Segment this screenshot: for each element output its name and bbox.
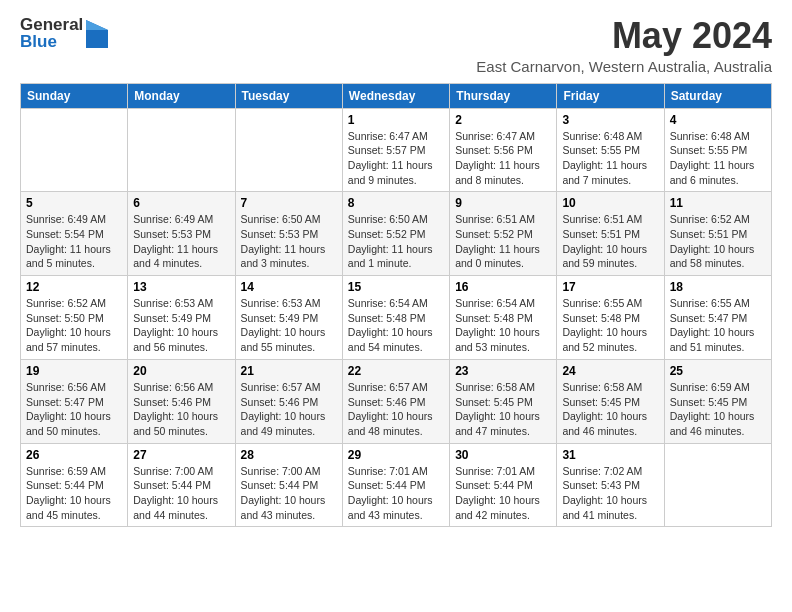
- calendar-day-28: 28Sunrise: 7:00 AMSunset: 5:44 PMDayligh…: [235, 443, 342, 527]
- day-number: 8: [348, 196, 444, 210]
- day-number: 5: [26, 196, 122, 210]
- header: General Blue May 2024 East Carnarvon, We…: [20, 16, 772, 75]
- calendar-week-row: 26Sunrise: 6:59 AMSunset: 5:44 PMDayligh…: [21, 443, 772, 527]
- day-number: 31: [562, 448, 658, 462]
- svg-marker-1: [86, 20, 108, 30]
- calendar-day-31: 31Sunrise: 7:02 AMSunset: 5:43 PMDayligh…: [557, 443, 664, 527]
- day-number: 22: [348, 364, 444, 378]
- day-info: Sunrise: 6:50 AMSunset: 5:52 PMDaylight:…: [348, 212, 444, 271]
- calendar-day-16: 16Sunrise: 6:54 AMSunset: 5:48 PMDayligh…: [450, 276, 557, 360]
- calendar-header-thursday: Thursday: [450, 83, 557, 108]
- day-number: 20: [133, 364, 229, 378]
- calendar-day-21: 21Sunrise: 6:57 AMSunset: 5:46 PMDayligh…: [235, 359, 342, 443]
- calendar-week-row: 12Sunrise: 6:52 AMSunset: 5:50 PMDayligh…: [21, 276, 772, 360]
- day-info: Sunrise: 6:58 AMSunset: 5:45 PMDaylight:…: [455, 380, 551, 439]
- calendar-day-20: 20Sunrise: 6:56 AMSunset: 5:46 PMDayligh…: [128, 359, 235, 443]
- day-info: Sunrise: 7:00 AMSunset: 5:44 PMDaylight:…: [241, 464, 337, 523]
- calendar-week-row: 1Sunrise: 6:47 AMSunset: 5:57 PMDaylight…: [21, 108, 772, 192]
- day-number: 19: [26, 364, 122, 378]
- calendar-day-10: 10Sunrise: 6:51 AMSunset: 5:51 PMDayligh…: [557, 192, 664, 276]
- day-info: Sunrise: 6:49 AMSunset: 5:54 PMDaylight:…: [26, 212, 122, 271]
- day-number: 9: [455, 196, 551, 210]
- day-info: Sunrise: 6:52 AMSunset: 5:51 PMDaylight:…: [670, 212, 766, 271]
- day-info: Sunrise: 6:56 AMSunset: 5:46 PMDaylight:…: [133, 380, 229, 439]
- day-info: Sunrise: 6:58 AMSunset: 5:45 PMDaylight:…: [562, 380, 658, 439]
- calendar-day-6: 6Sunrise: 6:49 AMSunset: 5:53 PMDaylight…: [128, 192, 235, 276]
- calendar-week-row: 19Sunrise: 6:56 AMSunset: 5:47 PMDayligh…: [21, 359, 772, 443]
- calendar-header-sunday: Sunday: [21, 83, 128, 108]
- day-number: 7: [241, 196, 337, 210]
- logo-blue: Blue: [20, 33, 83, 50]
- day-info: Sunrise: 6:54 AMSunset: 5:48 PMDaylight:…: [348, 296, 444, 355]
- calendar-day-24: 24Sunrise: 6:58 AMSunset: 5:45 PMDayligh…: [557, 359, 664, 443]
- day-info: Sunrise: 6:50 AMSunset: 5:53 PMDaylight:…: [241, 212, 337, 271]
- day-number: 25: [670, 364, 766, 378]
- day-number: 21: [241, 364, 337, 378]
- calendar-empty-cell: [21, 108, 128, 192]
- day-info: Sunrise: 6:49 AMSunset: 5:53 PMDaylight:…: [133, 212, 229, 271]
- day-number: 11: [670, 196, 766, 210]
- calendar-day-17: 17Sunrise: 6:55 AMSunset: 5:48 PMDayligh…: [557, 276, 664, 360]
- title-area: May 2024 East Carnarvon, Western Austral…: [476, 16, 772, 75]
- day-info: Sunrise: 6:59 AMSunset: 5:45 PMDaylight:…: [670, 380, 766, 439]
- day-number: 10: [562, 196, 658, 210]
- day-number: 27: [133, 448, 229, 462]
- calendar-empty-cell: [664, 443, 771, 527]
- calendar-table: SundayMondayTuesdayWednesdayThursdayFrid…: [20, 83, 772, 528]
- logo-icon: [86, 20, 108, 48]
- calendar-day-22: 22Sunrise: 6:57 AMSunset: 5:46 PMDayligh…: [342, 359, 449, 443]
- day-info: Sunrise: 7:01 AMSunset: 5:44 PMDaylight:…: [455, 464, 551, 523]
- calendar-day-29: 29Sunrise: 7:01 AMSunset: 5:44 PMDayligh…: [342, 443, 449, 527]
- calendar-day-1: 1Sunrise: 6:47 AMSunset: 5:57 PMDaylight…: [342, 108, 449, 192]
- calendar-header-tuesday: Tuesday: [235, 83, 342, 108]
- calendar-header-monday: Monday: [128, 83, 235, 108]
- day-info: Sunrise: 6:47 AMSunset: 5:56 PMDaylight:…: [455, 129, 551, 188]
- day-info: Sunrise: 6:56 AMSunset: 5:47 PMDaylight:…: [26, 380, 122, 439]
- day-info: Sunrise: 7:02 AMSunset: 5:43 PMDaylight:…: [562, 464, 658, 523]
- day-number: 4: [670, 113, 766, 127]
- day-info: Sunrise: 6:53 AMSunset: 5:49 PMDaylight:…: [241, 296, 337, 355]
- day-number: 18: [670, 280, 766, 294]
- day-info: Sunrise: 6:55 AMSunset: 5:47 PMDaylight:…: [670, 296, 766, 355]
- calendar-day-23: 23Sunrise: 6:58 AMSunset: 5:45 PMDayligh…: [450, 359, 557, 443]
- day-info: Sunrise: 7:00 AMSunset: 5:44 PMDaylight:…: [133, 464, 229, 523]
- day-number: 6: [133, 196, 229, 210]
- calendar-day-30: 30Sunrise: 7:01 AMSunset: 5:44 PMDayligh…: [450, 443, 557, 527]
- day-number: 2: [455, 113, 551, 127]
- calendar-header-saturday: Saturday: [664, 83, 771, 108]
- calendar-day-7: 7Sunrise: 6:50 AMSunset: 5:53 PMDaylight…: [235, 192, 342, 276]
- day-number: 1: [348, 113, 444, 127]
- day-info: Sunrise: 6:59 AMSunset: 5:44 PMDaylight:…: [26, 464, 122, 523]
- day-number: 29: [348, 448, 444, 462]
- calendar-day-11: 11Sunrise: 6:52 AMSunset: 5:51 PMDayligh…: [664, 192, 771, 276]
- calendar-day-5: 5Sunrise: 6:49 AMSunset: 5:54 PMDaylight…: [21, 192, 128, 276]
- day-info: Sunrise: 6:52 AMSunset: 5:50 PMDaylight:…: [26, 296, 122, 355]
- day-info: Sunrise: 6:47 AMSunset: 5:57 PMDaylight:…: [348, 129, 444, 188]
- calendar-day-13: 13Sunrise: 6:53 AMSunset: 5:49 PMDayligh…: [128, 276, 235, 360]
- location-subtitle: East Carnarvon, Western Australia, Austr…: [476, 58, 772, 75]
- day-info: Sunrise: 6:51 AMSunset: 5:52 PMDaylight:…: [455, 212, 551, 271]
- day-number: 23: [455, 364, 551, 378]
- day-number: 26: [26, 448, 122, 462]
- calendar-header-wednesday: Wednesday: [342, 83, 449, 108]
- calendar-day-26: 26Sunrise: 6:59 AMSunset: 5:44 PMDayligh…: [21, 443, 128, 527]
- calendar-week-row: 5Sunrise: 6:49 AMSunset: 5:54 PMDaylight…: [21, 192, 772, 276]
- calendar-day-12: 12Sunrise: 6:52 AMSunset: 5:50 PMDayligh…: [21, 276, 128, 360]
- calendar-day-19: 19Sunrise: 6:56 AMSunset: 5:47 PMDayligh…: [21, 359, 128, 443]
- day-number: 17: [562, 280, 658, 294]
- calendar-header-friday: Friday: [557, 83, 664, 108]
- calendar-day-15: 15Sunrise: 6:54 AMSunset: 5:48 PMDayligh…: [342, 276, 449, 360]
- logo: General Blue: [20, 16, 108, 50]
- day-number: 16: [455, 280, 551, 294]
- calendar-day-2: 2Sunrise: 6:47 AMSunset: 5:56 PMDaylight…: [450, 108, 557, 192]
- day-info: Sunrise: 6:51 AMSunset: 5:51 PMDaylight:…: [562, 212, 658, 271]
- calendar-day-14: 14Sunrise: 6:53 AMSunset: 5:49 PMDayligh…: [235, 276, 342, 360]
- day-info: Sunrise: 6:53 AMSunset: 5:49 PMDaylight:…: [133, 296, 229, 355]
- day-number: 3: [562, 113, 658, 127]
- day-number: 15: [348, 280, 444, 294]
- day-info: Sunrise: 7:01 AMSunset: 5:44 PMDaylight:…: [348, 464, 444, 523]
- calendar-day-8: 8Sunrise: 6:50 AMSunset: 5:52 PMDaylight…: [342, 192, 449, 276]
- month-year-title: May 2024: [476, 16, 772, 56]
- day-number: 28: [241, 448, 337, 462]
- calendar-day-25: 25Sunrise: 6:59 AMSunset: 5:45 PMDayligh…: [664, 359, 771, 443]
